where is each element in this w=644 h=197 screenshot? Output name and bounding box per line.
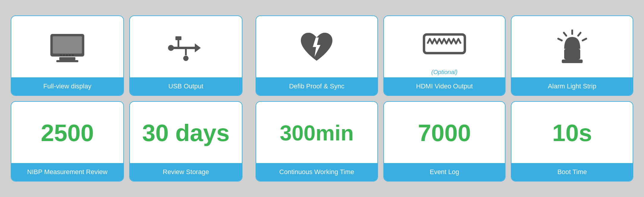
alarm-icon <box>553 29 592 67</box>
card-hdmi-video: (Optional) HDMI Video Output <box>383 15 506 96</box>
card-boot-time: 10s Boot Time <box>511 101 633 182</box>
boot-time-label: Boot Time <box>511 163 633 181</box>
nibp-label: NIBP Measurement Review <box>11 163 123 181</box>
svg-point-15 <box>168 45 174 51</box>
boot-time-value: 10s <box>552 121 592 145</box>
usb-icon <box>167 29 205 67</box>
card-nibp: 2500 NIBP Measurement Review <box>11 101 124 182</box>
event-log-value: 7000 <box>418 121 471 145</box>
review-storage-value-area: 30 days <box>130 102 242 163</box>
card-full-view-display: Full-view display <box>11 15 124 96</box>
card-icon-area-alarm <box>511 16 633 77</box>
svg-rect-4 <box>60 54 62 56</box>
svg-rect-6 <box>66 54 68 56</box>
card-icon-area-defib <box>256 16 377 77</box>
review-storage-label: Review Storage <box>130 163 242 181</box>
svg-rect-5 <box>63 54 65 56</box>
nibp-value-area: 2500 <box>11 102 123 163</box>
card-usb-output: USB Output <box>129 15 242 96</box>
left-section: Full-view display <box>11 15 242 182</box>
page-container: Full-view display <box>0 0 644 197</box>
review-storage-value: 30 days <box>142 121 230 145</box>
svg-rect-8 <box>72 54 74 56</box>
defib-proof-label: Defib Proof & Sync <box>256 77 377 95</box>
card-review-storage: 30 days Review Storage <box>129 101 242 182</box>
hdmi-optional-row: (Optional) <box>384 16 505 77</box>
hdmi-video-label: HDMI Video Output <box>384 77 505 95</box>
event-log-label: Event Log <box>384 163 505 181</box>
card-icon-area-full-view <box>11 16 123 77</box>
card-icon-area-hdmi <box>384 16 505 69</box>
svg-line-22 <box>578 33 581 36</box>
svg-rect-7 <box>69 54 71 56</box>
svg-rect-2 <box>59 57 75 60</box>
svg-marker-10 <box>195 43 201 52</box>
hdmi-icon <box>421 33 468 57</box>
card-event-log: 7000 Event Log <box>383 101 506 182</box>
monitor-icon <box>48 29 87 67</box>
usb-output-label: USB Output <box>130 77 242 95</box>
continuous-label: Continuous Working Time <box>256 163 377 181</box>
svg-line-21 <box>558 39 562 40</box>
card-icon-area-usb <box>130 16 242 77</box>
svg-rect-17 <box>424 34 465 53</box>
boot-time-value-area: 10s <box>511 102 633 163</box>
svg-rect-24 <box>562 60 583 63</box>
card-defib-proof: Defib Proof & Sync <box>256 15 378 96</box>
svg-rect-12 <box>175 36 181 40</box>
svg-rect-3 <box>56 60 78 62</box>
card-alarm-light: Alarm Light Strip <box>511 15 633 96</box>
svg-rect-18 <box>564 49 580 60</box>
svg-line-20 <box>564 33 566 36</box>
svg-rect-1 <box>53 36 82 54</box>
defib-icon <box>297 29 336 67</box>
nibp-value: 2500 <box>41 121 94 145</box>
event-log-value-area: 7000 <box>384 102 505 163</box>
right-section: Defib Proof & Sync (Optional) HDMI Video… <box>256 15 633 182</box>
card-continuous-working: 300min Continuous Working Time <box>256 101 378 182</box>
continuous-value-area: 300min <box>256 102 377 163</box>
hdmi-optional-text: (Optional) <box>431 69 458 76</box>
full-view-display-label: Full-view display <box>11 77 123 95</box>
alarm-light-label: Alarm Light Strip <box>511 77 633 95</box>
continuous-value: 300min <box>280 122 354 144</box>
svg-line-23 <box>583 39 586 40</box>
svg-point-14 <box>183 56 189 61</box>
